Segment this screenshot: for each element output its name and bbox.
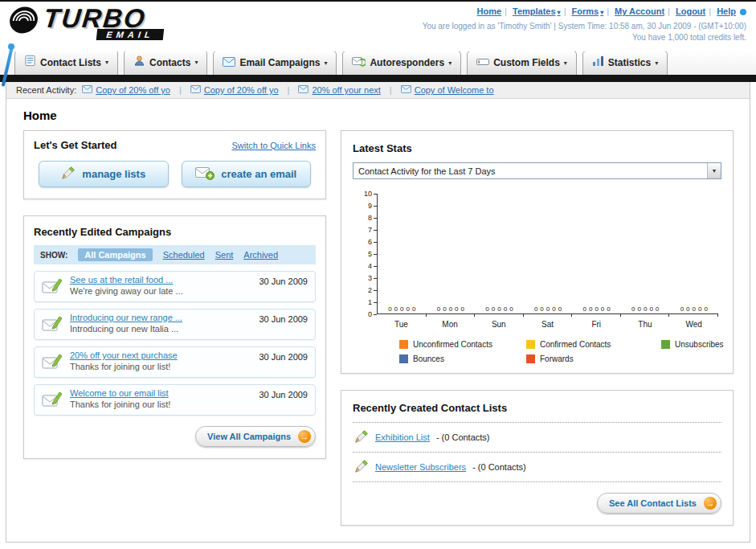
page-header: TURBO EMAIL Home| Templates▾| Forms▾| My… bbox=[0, 2, 756, 51]
chart-value-label: 0 bbox=[558, 306, 562, 313]
switch-quick-links-link[interactable]: Switch to Quick Links bbox=[231, 141, 316, 150]
login-info: You are logged in as 'Timothy Smith' | S… bbox=[423, 22, 746, 31]
header-link-forms[interactable]: Forms▾ bbox=[572, 6, 604, 16]
chart-day-label: Fri bbox=[572, 320, 621, 329]
contact-list-link[interactable]: Exhibition List bbox=[375, 432, 430, 442]
recently-edited-campaigns-panel: Recently Edited Campaigns SHOW: All Camp… bbox=[23, 215, 326, 459]
header-link-logout[interactable]: Logout bbox=[676, 6, 705, 16]
chart-day-group: 00000 bbox=[427, 194, 476, 313]
campaign-row: Welcome to our email list Thanks for joi… bbox=[34, 384, 316, 416]
envelope-icon bbox=[298, 85, 309, 95]
header-link-my-account[interactable]: My Account bbox=[615, 6, 664, 16]
envelope-pencil-icon bbox=[42, 277, 63, 298]
chart-day-group: 00000 bbox=[475, 194, 524, 313]
legend-swatch-unconfirmed bbox=[399, 340, 408, 349]
tab-email-campaigns[interactable]: Email Campaigns ▾ bbox=[213, 51, 337, 75]
recent-activity-bar: Recent Activity: Copy of 20% off yo | Co… bbox=[6, 82, 750, 99]
header-right: Home| Templates▾| Forms▾| My Account| Lo… bbox=[423, 6, 746, 42]
legend-item: Forwards bbox=[526, 354, 661, 363]
recent-activity-link[interactable]: 20% off your next bbox=[312, 85, 380, 95]
get-started-panel: Let's Get Started Switch to Quick Links … bbox=[23, 130, 326, 199]
legend-item: Unconfirmed Contacts bbox=[399, 340, 526, 349]
recent-activity-label: Recent Activity: bbox=[16, 85, 76, 95]
chart-value-label: 0 bbox=[534, 306, 537, 313]
campaign-title-link[interactable]: Welcome to our email list bbox=[70, 388, 251, 398]
envelope-pencil-icon bbox=[42, 315, 63, 336]
filter-all-campaigns[interactable]: All Campaigns bbox=[78, 248, 152, 261]
chart-day-group: 00000 bbox=[572, 194, 621, 313]
chart-day-group: 00000 bbox=[524, 194, 573, 313]
envelope-pencil-icon bbox=[42, 391, 63, 412]
header-link-help[interactable]: Help bbox=[717, 6, 736, 16]
recent-activity-item: 20% off your next bbox=[298, 85, 380, 95]
chart-value-label: 0 bbox=[407, 306, 410, 313]
manage-lists-button[interactable]: manage lists bbox=[39, 161, 169, 187]
app-logo[interactable]: TURBO EMAIL bbox=[6, 5, 167, 40]
tab-contact-lists[interactable]: Contact Lists ▾ bbox=[14, 50, 118, 75]
chart-day-label: Thu bbox=[621, 320, 670, 329]
nav-divider-bar bbox=[0, 75, 756, 82]
chart-value-label: 0 bbox=[485, 306, 488, 313]
filter-sent[interactable]: Sent bbox=[215, 250, 234, 260]
chart-value-label: 0 bbox=[449, 306, 452, 313]
tab-statistics[interactable]: Statistics ▾ bbox=[582, 51, 668, 75]
filter-archived[interactable]: Archived bbox=[243, 250, 278, 260]
logo-text-top: TURBO bbox=[43, 5, 167, 31]
chart-value-label: 0 bbox=[388, 306, 391, 313]
header-link-home[interactable]: Home bbox=[477, 6, 502, 16]
chart-day-label: Tue bbox=[377, 320, 426, 329]
campaign-date: 30 Jun 2009 bbox=[259, 277, 308, 298]
chart-value-label: 0 bbox=[412, 306, 415, 313]
campaign-title-link[interactable]: Introducing our new range ... bbox=[70, 313, 251, 322]
chevron-down-icon: ▾ bbox=[600, 9, 603, 16]
recent-activity-link[interactable]: Copy of 20% off yo bbox=[96, 85, 170, 95]
logo-swoosh-dot bbox=[8, 43, 14, 50]
header-link-templates[interactable]: Templates▾ bbox=[513, 6, 561, 16]
campaign-title-link[interactable]: See us at the retail food ... bbox=[70, 275, 251, 285]
show-label: SHOW: bbox=[40, 251, 67, 260]
chevron-down-icon: ▾ bbox=[324, 59, 327, 67]
legend-swatch-forwards bbox=[526, 354, 535, 363]
separator: | bbox=[288, 85, 290, 95]
filter-scheduled[interactable]: Scheduled bbox=[163, 250, 205, 260]
contact-list-count: - (0 Contacts) bbox=[436, 432, 490, 442]
contact-activity-chart: 109876543210 000000000000000000000000000… bbox=[359, 194, 718, 329]
tab-autoresponders[interactable]: Autoresponders ▾ bbox=[342, 51, 461, 75]
separator: | bbox=[179, 85, 182, 95]
email-campaigns-icon bbox=[223, 55, 235, 70]
chart-value-label: 0 bbox=[509, 306, 513, 313]
stats-period-select[interactable]: Contact Activity for the Last 7 Days ▼ bbox=[353, 162, 721, 179]
chart-value-label: 0 bbox=[504, 306, 507, 313]
arrow-right-icon: → bbox=[298, 430, 311, 443]
separator: | bbox=[390, 85, 392, 95]
campaign-subtitle: Thanks for joining our list! bbox=[70, 362, 251, 371]
contact-list-row: Newsletter Subscribers - (0 Contacts) bbox=[353, 453, 721, 482]
envelope-plus-icon bbox=[195, 166, 215, 182]
tab-contacts[interactable]: Contacts ▾ bbox=[124, 50, 207, 75]
separator: | bbox=[668, 6, 670, 16]
view-all-campaigns-button[interactable]: View All Campaigns → bbox=[195, 426, 316, 447]
campaign-row: See us at the retail food ... We're givi… bbox=[34, 271, 316, 302]
chart-x-axis-labels: TueMonSunSatFriThuWed bbox=[377, 320, 718, 329]
recent-activity-link[interactable]: Copy of 20% off yo bbox=[204, 85, 279, 95]
chevron-down-icon: ▾ bbox=[564, 59, 567, 67]
create-email-button[interactable]: create an email bbox=[182, 161, 312, 187]
campaign-title-link[interactable]: 20% off your next purchase bbox=[70, 350, 251, 360]
chart-value-label: 0 bbox=[607, 306, 610, 313]
recent-activity-link[interactable]: Copy of Welcome to bbox=[415, 85, 494, 95]
campaign-row: 20% off your next purchase Thanks for jo… bbox=[34, 346, 316, 378]
chart-value-label: 0 bbox=[552, 306, 555, 313]
contact-list-link[interactable]: Newsletter Subscribers bbox=[375, 462, 466, 472]
contacts-icon bbox=[133, 55, 145, 70]
recently-created-lists-panel: Recently Created Contact Lists Exhibitio… bbox=[341, 390, 734, 526]
chart-value-label: 0 bbox=[455, 306, 458, 313]
chart-value-label: 0 bbox=[698, 306, 701, 313]
envelope-icon bbox=[401, 85, 411, 95]
campaign-date: 30 Jun 2009 bbox=[259, 314, 308, 336]
see-all-contact-lists-button[interactable]: See All Contact Lists → bbox=[597, 493, 721, 514]
chart-value-label: 0 bbox=[400, 306, 403, 313]
campaign-date: 30 Jun 2009 bbox=[259, 352, 308, 374]
logo-text-bottom: EMAIL bbox=[96, 29, 165, 40]
tab-custom-fields[interactable]: Custom Fields ▾ bbox=[467, 51, 577, 75]
chart-value-label: 0 bbox=[540, 306, 543, 313]
